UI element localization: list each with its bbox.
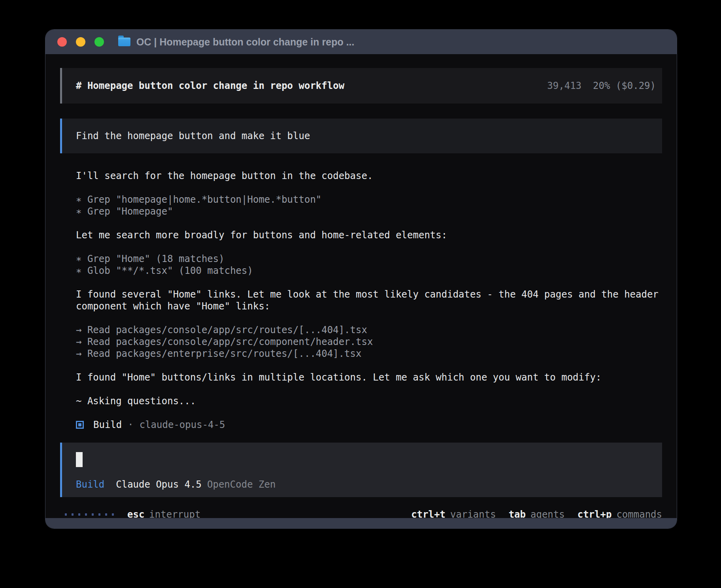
session-header: # Homepage button color change in repo w… xyxy=(60,68,662,104)
status-model-label: claude-opus-4-5 xyxy=(140,419,225,430)
tool-call-line: ∗ Grep "Homepage" xyxy=(76,205,662,217)
prompt-input[interactable]: BuildClaude Opus 4.5OpenCode Zen xyxy=(60,443,662,497)
fullscreen-button[interactable] xyxy=(94,37,104,47)
text-cursor xyxy=(76,452,83,467)
window-bottom-edge xyxy=(45,518,677,528)
terminal-content: # Homepage button color change in repo w… xyxy=(45,54,677,518)
agent-mode-label: Build xyxy=(76,479,104,490)
session-title: # Homepage button color change in repo w… xyxy=(76,80,547,91)
tool-call-line: → Read packages/console/app/src/componen… xyxy=(76,336,662,348)
tool-call-list: → Read packages/console/app/src/routes/[… xyxy=(76,324,662,360)
status-agent-label: Build xyxy=(93,419,122,430)
close-button[interactable] xyxy=(57,37,67,47)
window-title: OC | Homepage button color change in rep… xyxy=(136,36,354,48)
window-titlebar[interactable]: OC | Homepage button color change in rep… xyxy=(45,30,677,54)
user-message-text: Find the homepage button and make it blu… xyxy=(76,130,310,141)
minimize-button[interactable] xyxy=(76,37,85,47)
folder-icon xyxy=(118,38,130,46)
assistant-message: Let me search more broadly for buttons a… xyxy=(76,229,662,241)
traffic-lights xyxy=(57,37,104,47)
terminal-window: OC | Homepage button color change in rep… xyxy=(45,30,677,528)
agent-status-line: Build · claude-opus-4-5 xyxy=(76,419,662,431)
input-meta-bar: BuildClaude Opus 4.5OpenCode Zen xyxy=(76,479,656,490)
model-name-label: Claude Opus 4.5 xyxy=(116,479,202,490)
assistant-message: I'll search for the homepage button in t… xyxy=(76,170,662,182)
tool-call-line: ∗ Grep "homepage|home.*button|Home.*butt… xyxy=(76,194,662,205)
tool-call-line: ∗ Glob "**/*.tsx" (100 matches) xyxy=(76,265,662,277)
tool-call-list: ∗ Grep "Home" (18 matches)∗ Glob "**/*.t… xyxy=(76,253,662,277)
square-in-square-icon xyxy=(76,421,84,429)
transcript: I'll search for the homepage button in t… xyxy=(76,170,662,419)
assistant-message: I found "Home" buttons/links in multiple… xyxy=(76,371,662,383)
tool-call-line: → Read packages/enterprise/src/routes/[.… xyxy=(76,348,662,360)
assistant-message: I found several "Home" links. Let me loo… xyxy=(76,288,662,312)
token-count: 39,413 xyxy=(547,80,581,91)
context-cost: 20% ($0.29) xyxy=(593,80,656,91)
provider-label: OpenCode Zen xyxy=(207,479,276,490)
user-message: Find the homepage button and make it blu… xyxy=(60,119,662,153)
assistant-message: ~ Asking questions... xyxy=(76,395,662,407)
status-separator: · xyxy=(128,419,133,430)
progress-dots xyxy=(65,513,114,516)
tool-call-line: → Read packages/console/app/src/routes/[… xyxy=(76,324,662,336)
tool-call-line: ∗ Grep "Home" (18 matches) xyxy=(76,253,662,265)
tool-call-list: ∗ Grep "homepage|home.*button|Home.*butt… xyxy=(76,194,662,217)
session-stats: 39,41320% ($0.29) xyxy=(547,80,656,91)
